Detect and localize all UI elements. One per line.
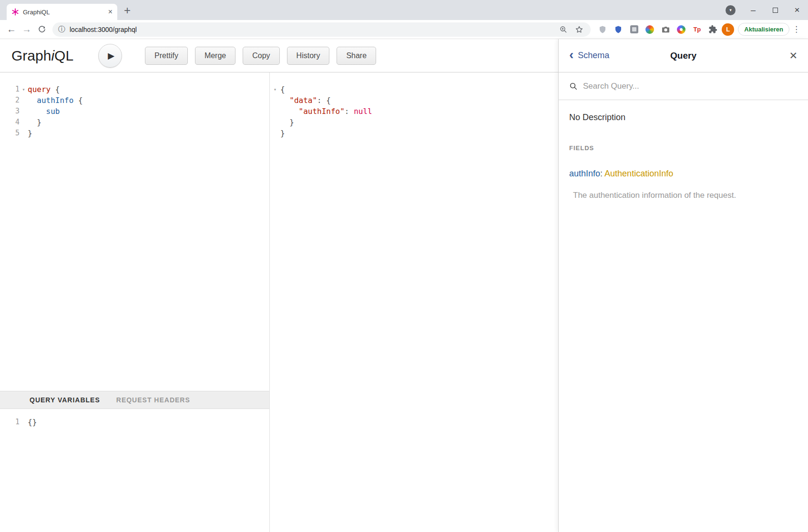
square-icon bbox=[630, 25, 638, 33]
fold-arrow-icon[interactable]: ▾ bbox=[270, 84, 280, 95]
history-button[interactable]: History bbox=[287, 47, 330, 65]
tab-title: GraphiQL bbox=[23, 9, 104, 16]
field-description: The authentication information of the re… bbox=[569, 191, 798, 200]
maximize-icon bbox=[773, 8, 778, 13]
line-text: sub bbox=[28, 106, 60, 117]
line-text: { bbox=[280, 84, 285, 95]
line-gutter: 3 bbox=[0, 106, 28, 117]
browser-menu-icon[interactable]: ⋮ bbox=[791, 24, 804, 34]
field-name-link[interactable]: authInfo bbox=[569, 169, 600, 178]
doc-explorer-body: No Description FIELDS authInfo: Authenti… bbox=[559, 100, 808, 213]
play-icon: ▶ bbox=[108, 51, 114, 61]
site-info-icon[interactable]: ⓘ bbox=[58, 25, 65, 34]
line-text: authInfo { bbox=[28, 95, 83, 106]
browser-navbar: ← → ⓘ bbox=[0, 20, 808, 39]
new-tab-button[interactable]: + bbox=[124, 5, 131, 16]
pinwheel-extension-icon[interactable] bbox=[675, 23, 687, 36]
code-line: } bbox=[270, 117, 558, 128]
code-line[interactable]: 4 } bbox=[0, 117, 269, 128]
copy-button[interactable]: Copy bbox=[243, 47, 279, 65]
share-button[interactable]: Share bbox=[337, 47, 376, 65]
field-separator: : bbox=[600, 169, 604, 178]
toolbar: Prettify Merge Copy History Share bbox=[145, 47, 376, 65]
tp-extension-icon[interactable]: Tp bbox=[691, 23, 703, 36]
doc-search-input[interactable] bbox=[583, 82, 798, 91]
editors-row: 1▾query {2 authInfo {3 sub4 }5} QUERY VA… bbox=[0, 72, 558, 532]
profile-avatar[interactable]: L bbox=[722, 23, 734, 36]
chevron-left-icon: ‹ bbox=[569, 50, 573, 60]
line-number: 1 bbox=[15, 84, 20, 95]
shield-gray-extension-icon[interactable] bbox=[596, 23, 609, 36]
code-line: } bbox=[270, 128, 558, 139]
line-gutter: 1 bbox=[0, 417, 28, 428]
line-number: 1 bbox=[15, 417, 20, 428]
tab-close-icon[interactable]: × bbox=[108, 8, 113, 16]
code-line[interactable]: 1▾query { bbox=[0, 84, 269, 95]
fold-arrow-icon[interactable]: ▾ bbox=[20, 84, 28, 95]
wheel-icon bbox=[645, 25, 654, 34]
line-text: query { bbox=[28, 84, 60, 95]
line-text: } bbox=[280, 128, 285, 139]
colorwheel-extension-icon[interactable] bbox=[644, 23, 656, 36]
merge-button[interactable]: Merge bbox=[195, 47, 235, 65]
reload-button[interactable] bbox=[34, 22, 50, 37]
code-line: "authInfo": null bbox=[270, 106, 558, 117]
graphiql-main: GraphiQL ▶ Prettify Merge Copy History S… bbox=[0, 39, 558, 532]
window-controls: ▾ – × bbox=[726, 0, 808, 20]
address-bar[interactable]: ⓘ bbox=[52, 22, 591, 37]
fold-spacer bbox=[270, 128, 280, 139]
bookmark-star-icon[interactable] bbox=[573, 24, 585, 35]
maximize-button[interactable] bbox=[764, 0, 786, 20]
line-text: {} bbox=[28, 417, 37, 428]
doc-close-icon[interactable]: ✕ bbox=[789, 50, 798, 61]
update-browser-button[interactable]: Aktualisieren bbox=[738, 23, 789, 36]
line-number: 4 bbox=[15, 117, 20, 128]
browser-tab[interactable]: GraphiQL × bbox=[7, 4, 117, 20]
fields-section-header: FIELDS bbox=[569, 144, 798, 152]
screenshot-extension-icon[interactable] bbox=[628, 23, 640, 36]
extensions-puzzle-icon[interactable] bbox=[706, 23, 719, 36]
line-number: 3 bbox=[15, 106, 20, 117]
code-line[interactable]: 1{} bbox=[0, 417, 269, 428]
line-text: } bbox=[280, 117, 294, 128]
type-description: No Description bbox=[569, 113, 798, 123]
doc-back-button[interactable]: ‹ Schema bbox=[569, 51, 609, 61]
tab-search-icon[interactable]: ▾ bbox=[726, 5, 736, 15]
camera-extension-icon[interactable] bbox=[659, 23, 672, 36]
url-input[interactable] bbox=[70, 26, 553, 33]
query-editor[interactable]: 1▾query {2 authInfo {3 sub4 }5} bbox=[0, 72, 269, 391]
line-number: 5 bbox=[15, 128, 20, 139]
line-text: } bbox=[28, 128, 32, 139]
variables-editor[interactable]: 1{} bbox=[0, 409, 269, 532]
graphiql-logo: GraphiQL bbox=[11, 48, 73, 64]
doc-search-row bbox=[559, 72, 808, 100]
code-line: "data": { bbox=[270, 95, 558, 106]
fold-spacer bbox=[270, 95, 280, 106]
graphiql-favicon-icon bbox=[11, 8, 19, 16]
code-line: ▾{ bbox=[270, 84, 558, 95]
zoom-icon[interactable] bbox=[558, 24, 569, 35]
doc-explorer-header: Query ‹ Schema ✕ bbox=[559, 39, 808, 72]
back-button[interactable]: ← bbox=[4, 22, 19, 37]
code-line[interactable]: 5} bbox=[0, 128, 269, 139]
code-line[interactable]: 2 authInfo { bbox=[0, 95, 269, 106]
minimize-button[interactable]: – bbox=[742, 0, 764, 20]
forward-button[interactable]: → bbox=[19, 22, 34, 37]
execute-button[interactable]: ▶ bbox=[98, 44, 122, 68]
close-window-button[interactable]: × bbox=[786, 0, 808, 20]
line-text: "data": { bbox=[280, 95, 331, 106]
tab-request-headers[interactable]: REQUEST HEADERS bbox=[116, 396, 190, 404]
line-gutter: 1▾ bbox=[0, 84, 28, 95]
prettify-button[interactable]: Prettify bbox=[145, 47, 188, 65]
shield-blue-extension-icon[interactable] bbox=[612, 23, 624, 36]
code-line[interactable]: 3 sub bbox=[0, 106, 269, 117]
pinwheel-icon bbox=[677, 25, 685, 34]
search-icon bbox=[569, 82, 578, 91]
doc-back-label: Schema bbox=[578, 51, 609, 61]
type-name-link[interactable]: AuthenticationInfo bbox=[604, 169, 673, 178]
line-gutter: 2 bbox=[0, 95, 28, 106]
graphiql-app: GraphiQL ▶ Prettify Merge Copy History S… bbox=[0, 39, 808, 532]
tab-query-variables[interactable]: QUERY VARIABLES bbox=[30, 396, 100, 404]
line-text: } bbox=[28, 117, 41, 128]
field-row: authInfo: AuthenticationInfo bbox=[569, 169, 798, 179]
